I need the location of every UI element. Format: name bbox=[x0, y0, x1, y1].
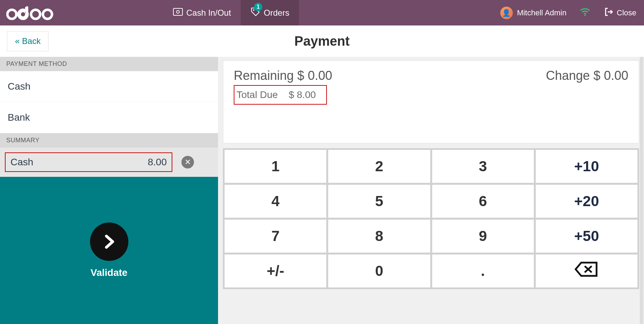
total-due-value: $ 8.00 bbox=[289, 89, 316, 100]
svg-rect-5 bbox=[173, 8, 182, 15]
wifi-icon bbox=[574, 8, 597, 18]
delete-line-button[interactable]: ✕ bbox=[181, 156, 194, 168]
svg-point-7 bbox=[253, 9, 254, 11]
validate-label: Validate bbox=[91, 267, 128, 278]
summary-line[interactable]: Cash 8.00 ✕ bbox=[0, 148, 218, 177]
numkey-1[interactable]: 1 bbox=[224, 150, 327, 183]
numkey-plus20[interactable]: +20 bbox=[536, 184, 638, 218]
numkey-plus50[interactable]: +50 bbox=[536, 219, 638, 253]
right-column: Remaining $ 0.00 Change $ 0.00 Total Due… bbox=[218, 57, 644, 324]
numkey-2[interactable]: 2 bbox=[328, 150, 430, 183]
remaining-label: Remaining bbox=[234, 68, 294, 83]
back-button[interactable]: « Back bbox=[7, 31, 48, 51]
close-label: Close bbox=[617, 8, 636, 17]
numkey-8[interactable]: 8 bbox=[328, 219, 430, 253]
top-bar: Cash In/Out 1 Orders 👤 Mitchell Admin Cl… bbox=[0, 0, 644, 25]
numkey-4[interactable]: 4 bbox=[224, 184, 327, 218]
numkey-5[interactable]: 5 bbox=[328, 184, 430, 218]
chevron-left-icon: « bbox=[15, 36, 20, 46]
backspace-icon bbox=[574, 261, 599, 281]
numkey-9[interactable]: 9 bbox=[432, 219, 534, 253]
svg-point-4 bbox=[43, 10, 52, 19]
orders-badge: 1 bbox=[254, 3, 262, 11]
orders-label: Orders bbox=[264, 8, 289, 18]
numkey-backspace[interactable] bbox=[536, 254, 638, 288]
numkey-dot[interactable]: . bbox=[432, 254, 534, 288]
change-value: $ 0.00 bbox=[593, 68, 628, 83]
summary-header: SUMMARY bbox=[0, 133, 218, 148]
cash-icon bbox=[173, 8, 183, 18]
chevron-right-icon bbox=[90, 223, 128, 261]
scrollbar[interactable] bbox=[640, 57, 643, 324]
close-icon: ✕ bbox=[185, 158, 191, 167]
svg-point-3 bbox=[31, 10, 40, 19]
numkey-6[interactable]: 6 bbox=[432, 184, 534, 218]
total-due-box: Total Due $ 8.00 bbox=[234, 85, 327, 105]
payment-method-header: PAYMENT METHOD bbox=[0, 57, 218, 71]
remaining-value: $ 0.00 bbox=[297, 68, 332, 83]
odoo-logo[interactable] bbox=[6, 5, 55, 21]
numkey-7[interactable]: 7 bbox=[224, 219, 327, 253]
numkey-3[interactable]: 3 bbox=[432, 150, 534, 183]
orders-button[interactable]: 1 Orders bbox=[241, 0, 299, 25]
total-due-label: Total Due bbox=[237, 89, 278, 100]
summary-amount: 8.00 bbox=[148, 157, 167, 168]
validate-button[interactable]: Validate bbox=[0, 177, 218, 324]
close-button[interactable]: Close bbox=[597, 7, 644, 18]
numkey-plus10[interactable]: +10 bbox=[536, 150, 638, 183]
change-label: Change bbox=[546, 68, 590, 83]
numkey-plus-minus[interactable]: +/- bbox=[224, 254, 327, 288]
avatar: 👤 bbox=[500, 7, 513, 19]
numkey-0[interactable]: 0 bbox=[328, 254, 430, 288]
user-name: Mitchell Admin bbox=[517, 8, 567, 17]
payment-method-bank[interactable]: Bank bbox=[0, 102, 218, 133]
svg-point-6 bbox=[177, 10, 179, 13]
header-row: « Back Payment bbox=[0, 25, 644, 57]
amounts-card: Remaining $ 0.00 Change $ 0.00 Total Due… bbox=[223, 60, 639, 143]
back-label: Back bbox=[22, 36, 40, 46]
logout-icon bbox=[604, 7, 613, 18]
cash-in-out-button[interactable]: Cash In/Out bbox=[163, 0, 241, 25]
payment-method-cash[interactable]: Cash bbox=[0, 71, 218, 102]
numpad: 1 2 3 +10 4 5 6 +20 7 8 9 +50 +/- 0 . bbox=[223, 148, 639, 289]
svg-point-0 bbox=[7, 10, 16, 19]
user-menu[interactable]: 👤 Mitchell Admin bbox=[493, 7, 574, 19]
left-column: PAYMENT METHOD Cash Bank SUMMARY Cash 8.… bbox=[0, 57, 218, 324]
page-title: Payment bbox=[294, 34, 350, 49]
svg-point-8 bbox=[584, 15, 586, 16]
cash-in-out-label: Cash In/Out bbox=[186, 8, 231, 18]
summary-method: Cash bbox=[10, 157, 33, 168]
